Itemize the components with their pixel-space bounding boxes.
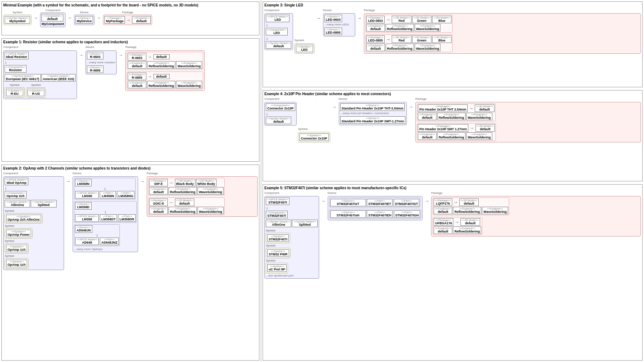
- device-led0805: <<Device>> LED-0805: [325, 28, 342, 35]
- sym-label: Symbol: [13, 11, 22, 14]
- sym-connector: <<Symbol>> Connector 2x10P: [299, 133, 329, 141]
- section-stm32: Example 5: STM32F407I (similar scheme ap…: [263, 184, 643, 361]
- fp-dip8-reflow: <<Footprint>> ReflowSoldering: [169, 187, 197, 195]
- pkg-led0603-group: <<Package>> LED-0603 → <<3D Model>> Red …: [365, 15, 453, 33]
- sym-reu: <<Symbol>> R-EU: [6, 89, 23, 96]
- resistor-component-group: <<SPICE Model>> Ideal Resistor ↓ <<Compo…: [3, 50, 77, 99]
- resistor-sym-variant-eu: <<Symbol Variant>> European (IEC 60617): [5, 74, 41, 82]
- section-resistor: Example 1: Resistor (similar scheme appl…: [1, 38, 259, 162]
- fp-led0805-wave: <<Footprint>> WaveSoldering: [415, 44, 441, 51]
- model3d-whitebody: <<3D Model>> White Body: [196, 179, 217, 186]
- stm32-component: <<Component>> STM32F407I: [266, 211, 288, 218]
- sym-ucport: <<Symbol>> uC Port 8P: [267, 264, 287, 272]
- opamp-component-group: <<SPICE Model>> Ideal OpAmp ↓ <<Componen…: [3, 176, 64, 270]
- stm32-spice: <<SPICE Model>> STM32F407I: [266, 197, 289, 205]
- led-spice: <<SPICE Model>> LED: [266, 15, 289, 22]
- dev-label: Device: [80, 11, 88, 14]
- sym-stm32: <<Symbol>> STM32F407I: [267, 234, 289, 242]
- sym-opamp1ch-b: <<Symbol>> OpAmp 1ch: [6, 260, 27, 267]
- stm32-ufbga-device: <<Device>> STM32F407IxH <<Part>> STM32F4…: [329, 209, 421, 219]
- resistor-spice-node: <<SPICE Model>> Ideal Resistor: [5, 52, 29, 59]
- model3d-blackbody: <<3D Model>> Black Body: [175, 179, 195, 186]
- pkg-tht: <<Package>> Pin Header 2x10P THT 2.54mm: [418, 104, 468, 112]
- ad648jn-device: <<Device>> AD648JN ↓ <<SPICE Model>> AD6…: [74, 224, 120, 246]
- fp-lqfp176-wave: <<Footprint>> WaveSoldering: [482, 207, 508, 214]
- pkg-r0603-default: default: [153, 54, 170, 59]
- sym-opamp2ch-group: <<Symbol>> OpAmp 2ch AllInOne: [5, 213, 43, 224]
- stm32-var-splitted: <<Symbol Variant>> Splitted: [292, 220, 317, 227]
- stm32-component-group: <<SPICE Model>> STM32F407I ↓ <<Component…: [264, 196, 319, 279]
- opamp-var-splitted: <<Symbol Variant>> Splitted: [31, 200, 56, 207]
- lm358d-device: <<Device>> LM358D ↓ <<SPICE Model>> LM35…: [74, 201, 137, 223]
- pkg-lqfp176-group: <<Package>> LQFP176 → <<3D Model>> defau…: [433, 197, 509, 215]
- fp-r0805-wave: <<Footprint>> WaveSoldering: [176, 81, 202, 88]
- part-igh: <<Part>> STM32F407IGH: [394, 210, 420, 218]
- stm32-var-allinone: <<Symbol Variant>> AllInOne: [266, 220, 291, 227]
- pkg-soic8-group: <<Package>> SOIC-8 → <<3D Model>> defaul…: [148, 197, 225, 215]
- part-igt: <<Part>> STM32F407IGT: [394, 199, 420, 206]
- pinheader-symbol-group: <<Symbol>> Connector 2x10P: [298, 132, 330, 142]
- section-led: Example 3: Single LED Component <<SPICE …: [263, 1, 643, 87]
- pkg-smt-group: <<Package>> Pin Header 2x10P SMT 1.27mm …: [417, 123, 496, 141]
- sym-opamp-power-group: <<Symbol>> OpAmp Power: [5, 228, 33, 239]
- sym-stm32pwr: <<Symbol>> STM32 PWR: [267, 249, 289, 257]
- fp-lqfp176-default: <<Footprint>> default: [434, 207, 452, 214]
- pinheader-component: <<Component>> Connector 2x10P: [266, 103, 295, 111]
- pkg-lqfp176: <<Package>> LQFP176: [434, 199, 452, 206]
- device-ad648jn: <<Device>> AD648JN: [75, 225, 92, 233]
- resistor-component-node: <<Component>> Resistor: [5, 65, 26, 73]
- pkg-r0603-group: <<Package>> R-0603 → default <<F: [127, 52, 203, 70]
- resistor-title: Example 1: Resistor (similar scheme appl…: [3, 40, 258, 44]
- minimal-footprint-node: <<Footprint>> default: [132, 16, 151, 24]
- pinheader-device-group: <<Device>> Standard Pin Header 2x10P THT…: [339, 102, 407, 125]
- comp-label: Component: [45, 9, 60, 12]
- model3d-led0603-red: <<3D Model>> Red: [392, 16, 411, 23]
- fp-led0603-wave: <<Footprint>> WaveSoldering: [415, 24, 441, 31]
- sym-stm32-group: <<Symbol>> STM32F407I: [266, 233, 290, 243]
- minimal-package-group: <<Package>> MyPackage → <<Footprint>> de…: [103, 15, 152, 25]
- minimal-title: Minimal Example (with a symbol for the s…: [3, 3, 258, 7]
- sym-opamp2ch: <<Symbol>> OpAmp 2ch AllInOne: [6, 215, 41, 222]
- model3d-led0603-green: <<3D Model>> Green: [412, 16, 431, 23]
- part-ad648jnz: <<Part>> AD648JNZ: [100, 238, 119, 245]
- pkg-ufbga176-group: <<Package>> UFBGA176 → <<3D Model>> defa…: [433, 217, 482, 235]
- pkg-dip8-group: <<Package>> DIP-8 → <<3D Model>> Black B…: [148, 178, 225, 196]
- section-pinheader: Example 4: 2x10P Pin Header (similar sch…: [263, 90, 643, 181]
- resistor-sym-variant-us: <<Symbol Variant>> American (IEEE 315): [42, 74, 76, 82]
- fp-tht-reflow: <<Footprint>> ReflowSoldering: [437, 113, 465, 120]
- part-lm358dr: <<Part>> LM358DR: [118, 214, 136, 222]
- main-container: Minimal Example (with a symbol for the s…: [0, 0, 644, 362]
- opamp-device-group: <<Device>> LM358N ↓ <<SPICE Model>> LM35…: [73, 176, 138, 252]
- stm32-title: Example 5: STM32F407I (similar scheme ap…: [264, 186, 641, 190]
- minimal-device-group: <<Device>> MyDevice: [74, 15, 95, 25]
- sym-rus: <<Symbol>> R-US: [28, 89, 45, 96]
- fp-r0603-reflow: <<Footprint>> ReflowSoldering: [147, 61, 175, 69]
- led-component: <<Component>> LED: [266, 28, 288, 35]
- sym-led: <<Symbol>> LED: [296, 45, 313, 52]
- sym-opamp1ch-a-group: <<Symbol>> OpAmp 1ch: [5, 243, 29, 254]
- pinheader-sym-var: <<Symbol Variant>> default: [266, 117, 291, 124]
- led-title: Example 3: Single LED: [264, 3, 641, 7]
- part-ieh: <<Part>> STM32F407IEH: [367, 210, 393, 218]
- fp-led0603-reflow: <<Footprint>> ReflowSoldering: [386, 24, 414, 31]
- fp-tht-wave: <<Footprint>> WaveSoldering: [466, 113, 492, 120]
- fp-smt-default: <<Footprint>> default: [418, 132, 436, 140]
- fp-soic8-reflow: <<Footprint>> ReflowSoldering: [169, 207, 197, 214]
- pkg-r0805-group: <<Package>> R-0805 → default <<F: [127, 72, 203, 89]
- spice-ad648: <<SPICE Model>> AD648: [75, 238, 99, 245]
- arrow1: →: [34, 15, 38, 20]
- resistor-package-group: <<Package>> R-0603 → default <<F: [125, 50, 205, 91]
- pkg-ufbga176: <<Package>> UFBGA176: [434, 218, 453, 226]
- resistor-device-group: <<Device>> R-0603 ...many more resistors…: [86, 50, 117, 74]
- pinheader-title: Example 4: 2x10P Pin Header (similar sch…: [264, 92, 641, 96]
- fp-led0805-reflow: <<Footprint>> ReflowSoldering: [386, 44, 414, 51]
- part-lm358n: <<Part>> LM358N: [100, 191, 116, 199]
- sym-stm32pwr-group: <<Symbol>> STM32 PWR: [266, 248, 291, 258]
- pkg-tht-group: <<Package>> Pin Header 2x10P THT 2.54mm …: [417, 103, 496, 121]
- device-r0603: <<Device>> R-0603: [87, 52, 103, 59]
- pkg-dip8: <<Package>> DIP-8: [149, 179, 168, 186]
- part-iet: <<Part>> STM32F407IET: [367, 199, 392, 206]
- fp-soic8-wave: <<Footprint>> WaveSoldering: [197, 207, 224, 214]
- pkg-led0805-group: <<Package>> LED-0805 → <<3D Model>> Red …: [365, 34, 453, 52]
- fp-smt-wave: <<Footprint>> WaveSoldering: [466, 132, 492, 140]
